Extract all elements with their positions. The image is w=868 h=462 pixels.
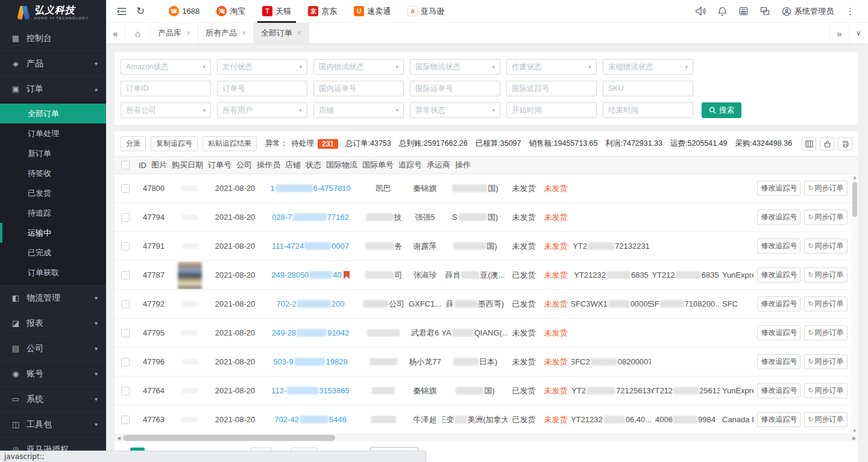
order-number-link[interactable]: 702-425446 bbox=[274, 415, 346, 424]
sync-order-button[interactable]: ↻同步订单 bbox=[804, 354, 847, 369]
windows-icon[interactable] bbox=[755, 4, 775, 18]
filter-input[interactable]: SKU ▾ bbox=[603, 81, 693, 96]
row-checkbox[interactable] bbox=[121, 387, 130, 395]
tabs-menu-icon[interactable]: ∨ bbox=[849, 23, 868, 43]
order-number-link[interactable]: 112-3153865 bbox=[271, 386, 350, 395]
more-icon[interactable]: ⋮ bbox=[841, 6, 860, 17]
marketplace-item[interactable]: U 速卖通 bbox=[345, 0, 399, 23]
row-checkbox[interactable] bbox=[121, 300, 130, 308]
print-icon[interactable] bbox=[838, 137, 852, 151]
row-checkbox[interactable] bbox=[121, 358, 130, 366]
order-number-link[interactable]: 249-2805040 bbox=[271, 270, 342, 279]
page-tab[interactable]: 所有产品 × bbox=[198, 23, 254, 43]
marketplace-item[interactable]: a 亚马逊 bbox=[399, 0, 453, 23]
sync-order-button[interactable]: ↻同步订单 bbox=[804, 383, 847, 398]
tab-close-icon[interactable]: × bbox=[242, 29, 246, 37]
filter-field[interactable]: 店铺 ▾ bbox=[313, 102, 404, 118]
order-number-link[interactable]: 028-777162 bbox=[272, 213, 348, 222]
sidebar-submenu-item[interactable]: 已完成 bbox=[0, 243, 106, 263]
horizontal-scroll-thumb[interactable] bbox=[123, 435, 335, 441]
speaker-icon[interactable] bbox=[691, 4, 711, 18]
filter-input[interactable]: 国内运单号 ▾ bbox=[313, 81, 404, 96]
sidebar-menu-item[interactable]: ▤ 公司 ▾ bbox=[0, 336, 106, 361]
edit-tracking-button[interactable]: 修改追踪号 bbox=[757, 181, 800, 196]
row-checkbox[interactable] bbox=[121, 242, 130, 251]
marketplace-item[interactable]: ☎ 1688 bbox=[160, 0, 208, 23]
home-icon[interactable]: ⌂ bbox=[125, 23, 151, 43]
filter-field[interactable]: 异常状态 ▾ bbox=[410, 102, 500, 118]
sidebar-submenu-item[interactable]: 订单获取 bbox=[0, 263, 106, 283]
sidebar-submenu-item[interactable]: 新订单 bbox=[0, 143, 106, 163]
pending-count-badge[interactable]: 231 bbox=[318, 139, 338, 149]
sidebar-submenu-item[interactable]: 待签收 bbox=[0, 163, 106, 183]
sidebar-menu-item[interactable]: ▦ 控制台 bbox=[0, 25, 106, 51]
order-number-link[interactable]: 16-4757810 bbox=[270, 184, 350, 193]
sync-order-button[interactable]: ↻同步订单 bbox=[804, 325, 847, 340]
sidebar-menu-item[interactable]: ▭ 系统 ▾ bbox=[0, 386, 106, 411]
sidebar-menu-item[interactable]: ◪ 报表 ▾ bbox=[0, 310, 106, 336]
vertical-scroll-thumb[interactable] bbox=[852, 182, 857, 217]
sidebar-submenu-item[interactable]: 运输中 bbox=[0, 223, 106, 243]
user-menu[interactable]: 系统管理员 bbox=[777, 6, 838, 17]
tabs-collapse-icon[interactable]: « bbox=[106, 23, 125, 43]
toolbar-button[interactable]: 复制追踪号 bbox=[151, 136, 198, 151]
row-checkbox[interactable] bbox=[121, 184, 130, 193]
toolbar-button[interactable]: 粘贴追踪结果 bbox=[203, 136, 257, 151]
filter-field[interactable]: 所有公司 ▾ bbox=[121, 102, 211, 118]
sidebar-menu-item[interactable]: ◧ 物流管理 ▾ bbox=[0, 285, 106, 310]
filter-select[interactable]: Amazon状态 ▾ bbox=[121, 59, 211, 75]
select-all-checkbox[interactable] bbox=[121, 161, 130, 169]
edit-tracking-button[interactable]: 修改追踪号 bbox=[757, 239, 800, 254]
sidebar-submenu-item[interactable]: 待追踪 bbox=[0, 203, 106, 223]
marketplace-item[interactable]: 淘 淘宝 bbox=[208, 0, 254, 23]
refresh-icon[interactable]: ↻ bbox=[131, 4, 149, 19]
edit-tracking-button[interactable]: 修改追踪号 bbox=[757, 383, 800, 398]
marketplace-item[interactable]: T 天猫 bbox=[254, 0, 300, 23]
filter-field[interactable]: 所有用户 ▾ bbox=[217, 102, 307, 118]
sidebar-menu-item[interactable]: ◉ 账号 ▾ bbox=[0, 361, 106, 386]
sidebar-menu-item[interactable]: ◫ 工具包 ▾ bbox=[0, 411, 106, 437]
filter-input[interactable]: 国际运单号 ▾ bbox=[410, 81, 500, 96]
sync-order-button[interactable]: ↻同步订单 bbox=[804, 239, 847, 254]
toolbar-button[interactable]: 分派 bbox=[121, 136, 146, 151]
sidebar-collapse-icon[interactable] bbox=[112, 5, 131, 18]
sync-order-button[interactable]: ↻同步订单 bbox=[804, 296, 847, 311]
scroll-down-icon[interactable]: ▼ bbox=[852, 428, 857, 434]
bell-icon[interactable] bbox=[713, 4, 732, 19]
sync-order-button[interactable]: ↻同步订单 bbox=[804, 210, 847, 225]
calculator-icon[interactable] bbox=[734, 4, 753, 18]
filter-select[interactable]: 作废状态 ▾ bbox=[506, 59, 597, 75]
order-number-link[interactable]: 503-919828 bbox=[273, 357, 347, 366]
edit-tracking-button[interactable]: 修改追踪号 bbox=[757, 412, 800, 427]
sidebar-menu-item[interactable]: ▣ 订单 ▴ bbox=[0, 76, 106, 101]
tabs-forward-icon[interactable]: » bbox=[829, 23, 849, 43]
marketplace-item[interactable]: 京 京东 bbox=[300, 0, 345, 23]
tab-close-icon[interactable]: × bbox=[297, 29, 301, 37]
order-number-link[interactable]: 111-47240007 bbox=[272, 242, 349, 251]
edit-tracking-button[interactable]: 修改追踪号 bbox=[757, 210, 800, 225]
scroll-left-icon[interactable]: ◀ bbox=[115, 435, 123, 441]
row-checkbox[interactable] bbox=[121, 213, 130, 222]
filter-input[interactable]: 订单号 ▾ bbox=[217, 81, 307, 96]
sidebar-submenu-item[interactable]: 已发货 bbox=[0, 183, 106, 203]
row-checkbox[interactable] bbox=[121, 416, 130, 424]
row-checkbox[interactable] bbox=[121, 271, 130, 279]
sync-order-button[interactable]: ↻同步订单 bbox=[804, 412, 847, 427]
filter-input[interactable]: 订单ID ▾ bbox=[121, 81, 211, 96]
filter-select[interactable]: 国内物流状态 ▾ bbox=[313, 59, 404, 75]
edit-tracking-button[interactable]: 修改追踪号 bbox=[757, 325, 800, 340]
order-number-link[interactable]: 249-2891042 bbox=[272, 328, 350, 337]
columns-icon[interactable] bbox=[802, 137, 816, 151]
page-tab[interactable]: 全部订单 × bbox=[254, 23, 309, 43]
sidebar-menu-item[interactable]: ◈ 产品 ▾ bbox=[0, 51, 106, 76]
page-tab[interactable]: 产品库 × bbox=[151, 23, 198, 43]
filter-select[interactable]: 末端物流状态 ▾ bbox=[603, 59, 693, 75]
filter-input[interactable]: 国际追踪号 ▾ bbox=[506, 81, 597, 96]
search-button[interactable]: 搜索 bbox=[702, 102, 741, 118]
sidebar-submenu-item[interactable]: 订单处理 bbox=[0, 123, 106, 143]
filter-select[interactable]: 国际物流状态 ▾ bbox=[410, 59, 500, 75]
scroll-up-icon[interactable]: ▲ bbox=[852, 175, 857, 181]
row-checkbox[interactable] bbox=[121, 329, 130, 337]
scroll-right-icon[interactable]: ▶ bbox=[850, 435, 858, 441]
sync-order-button[interactable]: ↻同步订单 bbox=[804, 267, 847, 283]
